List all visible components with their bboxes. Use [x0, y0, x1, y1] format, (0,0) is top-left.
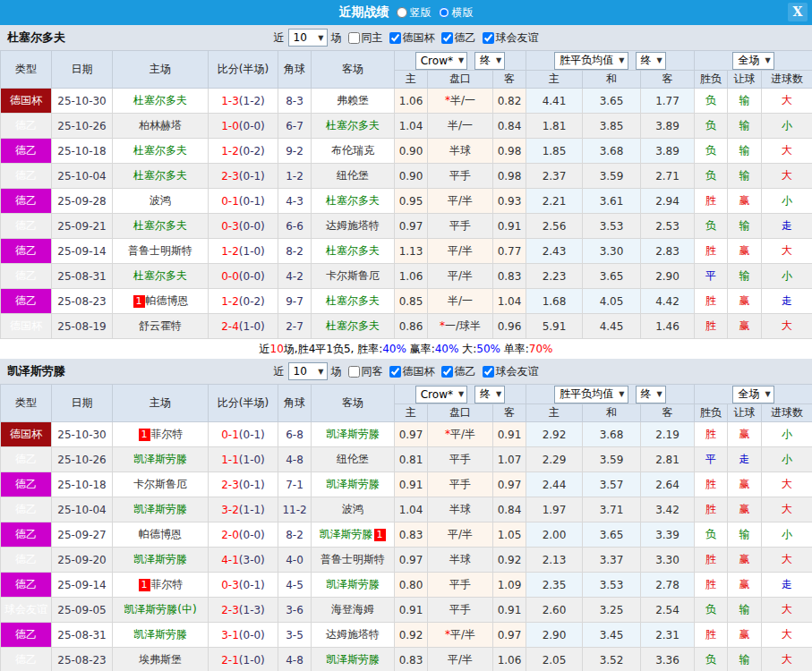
type-cell: 德乙	[1, 472, 52, 497]
col-goals: 进球数	[762, 404, 812, 422]
horizontal-radio-icon[interactable]	[439, 7, 449, 18]
match-row: 德乙25-10-04凯泽斯劳滕3-2(1-1)11-2波鸿1.04半球0.841…	[1, 497, 812, 522]
odds-final-select[interactable]: 终▼	[474, 386, 505, 403]
result_handicap-cell: 输	[728, 89, 762, 114]
filter-german-cup[interactable]: 德国杯	[387, 364, 435, 379]
home-cell: 帕德博恩	[113, 522, 209, 548]
avg-type-select[interactable]: 胜平负均值▼	[554, 52, 628, 70]
avg_home-cell: 2.05	[526, 648, 583, 671]
summary-segment: 50%	[476, 343, 500, 355]
avg_home-cell: 2.92	[526, 422, 583, 447]
away-cell: 杜塞尔多夫	[312, 314, 395, 339]
club-friendly-checkbox[interactable]	[483, 366, 494, 378]
same-venue-checkbox[interactable]	[348, 366, 360, 378]
avg_away-cell: 2.81	[641, 447, 695, 472]
home-cell: 埃弗斯堡	[113, 648, 209, 671]
result_wdl-cell: 负	[695, 164, 728, 189]
avg_home-cell: 1.81	[526, 114, 583, 139]
filter-club-friendly[interactable]: 球会友谊	[480, 364, 539, 379]
score_ft_ht-cell: 1-0(0-0)	[209, 114, 278, 139]
result_handicap-cell: 输	[728, 598, 762, 623]
filter-same-venue[interactable]: 同主	[346, 30, 383, 46]
bookmaker-select[interactable]: Crow*▼	[415, 52, 467, 70]
corners-cell: 11-2	[278, 497, 312, 522]
odds-final-select[interactable]: 终▼	[474, 52, 505, 70]
crow_handicap-cell: 平手	[428, 447, 493, 472]
col-date: 日期	[52, 385, 113, 422]
home-cell: 舒云霍特	[113, 314, 209, 339]
avg-type-select[interactable]: 胜平负均值▼	[554, 386, 628, 403]
avg_away-cell: 3.42	[641, 497, 695, 522]
vertical-radio-icon[interactable]	[397, 7, 407, 18]
same-venue-checkbox[interactable]	[348, 32, 360, 44]
layout-radio-horizontal[interactable]: 横版	[439, 5, 474, 21]
red-card-badge: 1	[139, 429, 150, 441]
avg-group-header: 胜平负均值▼ 终▼	[526, 385, 695, 404]
avg_draw-cell: 3.52	[583, 648, 641, 671]
filter-bundesliga2[interactable]: 德乙	[439, 30, 476, 46]
col-home: 主场	[113, 51, 209, 89]
avg_draw-cell: 3.61	[583, 189, 641, 214]
crow_home-cell: 0.91	[395, 598, 428, 623]
result_wdl-cell: 负	[695, 648, 728, 671]
col-score: 比分(半场)	[209, 51, 278, 89]
result_handicap-cell: 输	[728, 214, 762, 239]
type-cell: 德乙	[1, 447, 52, 472]
result_handicap-cell: 赢	[728, 472, 762, 497]
filter-club-friendly[interactable]: 球会友谊	[480, 30, 539, 46]
red-card-badge: 1	[133, 295, 145, 308]
date-cell: 25-10-04	[52, 164, 113, 189]
german-cup-checkbox[interactable]	[389, 32, 401, 44]
avg-final-select[interactable]: 终▼	[636, 52, 666, 70]
club-friendly-checkbox[interactable]	[483, 32, 494, 44]
match-count-select[interactable]: 10▼	[288, 362, 328, 380]
filter-same-venue[interactable]: 同客	[346, 364, 383, 379]
result_handicap-cell: 赢	[728, 314, 762, 339]
recent-results-window: 近期战绩 竖版 横版 X 杜塞尔多夫 近 10▼ 场 同主 德国杯 德乙 球会友…	[0, 0, 812, 671]
team1-results-table: 类型 日期 主场 比分(半场) 角球 客场 Crow*▼ 终▼ 胜平负均值▼ 终…	[0, 50, 812, 339]
score_ft_ht-cell: 2-0(0-0)	[209, 522, 278, 548]
crow_away-cell: 1.05	[493, 522, 526, 548]
bundesliga2-checkbox[interactable]	[441, 32, 453, 44]
avg_draw-cell: 3.53	[583, 573, 641, 598]
score_ft_ht-cell: 0-1(0-1)	[209, 189, 278, 214]
full-match-select[interactable]: 全场▼	[732, 52, 774, 70]
away-cell: 纽伦堡	[312, 164, 395, 189]
type-cell: 德乙	[1, 289, 52, 314]
col-avg-home: 主	[526, 404, 583, 422]
avg_away-cell: 2.83	[641, 239, 695, 264]
avg_draw-cell: 4.05	[583, 289, 641, 314]
layout-radio-vertical[interactable]: 竖版	[397, 5, 432, 21]
result_goals-cell: 大	[762, 472, 812, 497]
avg_draw-cell: 3.59	[583, 164, 641, 189]
result_goals-cell: 大	[762, 139, 812, 164]
date-cell: 25-08-31	[52, 623, 113, 648]
type-cell: 德乙	[1, 139, 52, 164]
full-match-select[interactable]: 全场▼	[732, 386, 774, 403]
close-icon[interactable]: X	[788, 3, 808, 21]
col-avg-draw: 和	[583, 71, 641, 89]
german-cup-checkbox[interactable]	[389, 366, 401, 378]
filter-bundesliga2[interactable]: 德乙	[439, 364, 476, 379]
away-cell: 凯泽斯劳滕1	[312, 522, 395, 548]
away-cell: 布伦瑞克	[312, 139, 395, 164]
home-cell: 1菲尔特	[113, 422, 209, 447]
avg_home-cell: 1.68	[526, 289, 583, 314]
crow_home-cell: 0.85	[395, 289, 428, 314]
score_ft_ht-cell: 3-2(1-1)	[209, 497, 278, 522]
away-cell: 凯泽斯劳滕	[312, 573, 395, 598]
avg-final-select[interactable]: 终▼	[636, 386, 666, 403]
bundesliga2-checkbox[interactable]	[441, 366, 453, 378]
filter-german-cup[interactable]: 德国杯	[387, 30, 435, 46]
result_goals-cell: 走	[762, 289, 812, 314]
col-home: 主场	[113, 385, 209, 422]
result-group-header: 全场▼	[695, 385, 812, 404]
col-corner: 角球	[278, 385, 312, 422]
bookmaker-select[interactable]: Crow*▼	[415, 386, 467, 403]
score_ft_ht-cell: 1-1(1-0)	[209, 447, 278, 472]
avg_home-cell: 2.56	[526, 214, 583, 239]
match-row: 球会友谊25-09-05凯泽斯劳滕(中)2-3(1-3)3-6海登海姆0.91平…	[1, 598, 812, 623]
date-cell: 25-09-20	[52, 548, 113, 573]
avg_draw-cell: 3.57	[583, 472, 641, 497]
match-count-select[interactable]: 10▼	[288, 29, 328, 47]
